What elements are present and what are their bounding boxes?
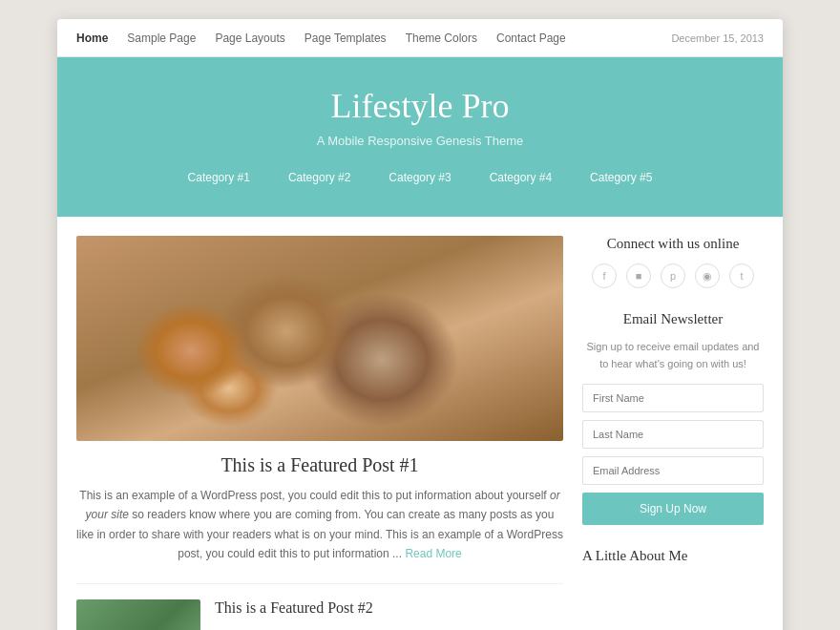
post-1-excerpt: This is an example of a WordPress post, …: [76, 486, 563, 564]
newsletter-title: Email Newsletter: [582, 311, 764, 327]
sidebar: Connect with us online f ■ p ◉ t Email N…: [582, 236, 764, 630]
nav-page-layouts[interactable]: Page Layouts: [215, 32, 284, 45]
cat-5[interactable]: Category #5: [590, 171, 652, 184]
facebook-icon[interactable]: f: [592, 263, 617, 288]
about-widget: A Little About Me: [582, 548, 764, 564]
newsletter-widget: Email Newsletter Sign up to receive emai…: [582, 311, 764, 525]
category-navigation: Category #1 Category #2 Category #3 Cate…: [76, 158, 764, 198]
nav-sample-page[interactable]: Sample Page: [127, 32, 196, 45]
main-content: This is a Featured Post #1 This is an ex…: [57, 217, 783, 630]
social-icons-group: f ■ p ◉ t: [582, 263, 764, 288]
featured-post-2: This is a Featured Post #2: [76, 599, 563, 630]
newsletter-description: Sign up to receive email updates and to …: [582, 339, 764, 372]
first-name-input[interactable]: [582, 384, 764, 412]
connect-title: Connect with us online: [582, 236, 764, 252]
nav-contact-page[interactable]: Contact Page: [496, 32, 566, 45]
post-2-text: This is a Featured Post #2: [215, 599, 373, 622]
content-column: This is a Featured Post #1 This is an ex…: [76, 236, 563, 630]
twitter-icon[interactable]: t: [729, 263, 754, 288]
site-title: Lifestyle Pro: [76, 86, 764, 126]
instagram-icon[interactable]: ■: [626, 263, 651, 288]
featured-post-1: This is a Featured Post #1 This is an ex…: [76, 236, 563, 564]
email-input[interactable]: [582, 456, 764, 485]
browser-window: Home Sample Page Page Layouts Page Templ…: [57, 19, 783, 630]
bread-photo: [76, 236, 563, 441]
post-image-2: [76, 599, 200, 630]
pinterest-icon[interactable]: p: [661, 263, 685, 288]
connect-widget: Connect with us online f ■ p ◉ t: [582, 236, 764, 288]
site-date: December 15, 2013: [671, 32, 764, 44]
nav-page-templates[interactable]: Page Templates: [304, 32, 387, 45]
about-title: A Little About Me: [582, 548, 764, 564]
read-more-1[interactable]: Read More: [405, 547, 461, 560]
nav-theme-colors[interactable]: Theme Colors: [406, 32, 477, 45]
hero-section: Lifestyle Pro A Mobile Responsive Genesi…: [57, 57, 783, 217]
cat-3[interactable]: Category #3: [388, 171, 451, 184]
site-subtitle: A Mobile Responsive Genesis Theme: [76, 134, 764, 148]
top-navigation: Home Sample Page Page Layouts Page Templ…: [57, 19, 783, 57]
last-name-input[interactable]: [582, 420, 764, 449]
nav-links: Home Sample Page Page Layouts Page Templ…: [76, 32, 671, 45]
post-2-title: This is a Featured Post #2: [215, 599, 373, 617]
signup-button[interactable]: Sign Up Now: [582, 493, 764, 525]
post-image-1: [76, 236, 563, 441]
post-1-title: This is a Featured Post #1: [76, 454, 563, 476]
rss-icon[interactable]: ◉: [695, 263, 720, 288]
post-divider: [76, 583, 563, 584]
cat-2[interactable]: Category #2: [288, 171, 350, 184]
cat-1[interactable]: Category #1: [188, 171, 250, 184]
nav-home[interactable]: Home: [76, 32, 108, 45]
cat-4[interactable]: Category #4: [490, 171, 552, 184]
